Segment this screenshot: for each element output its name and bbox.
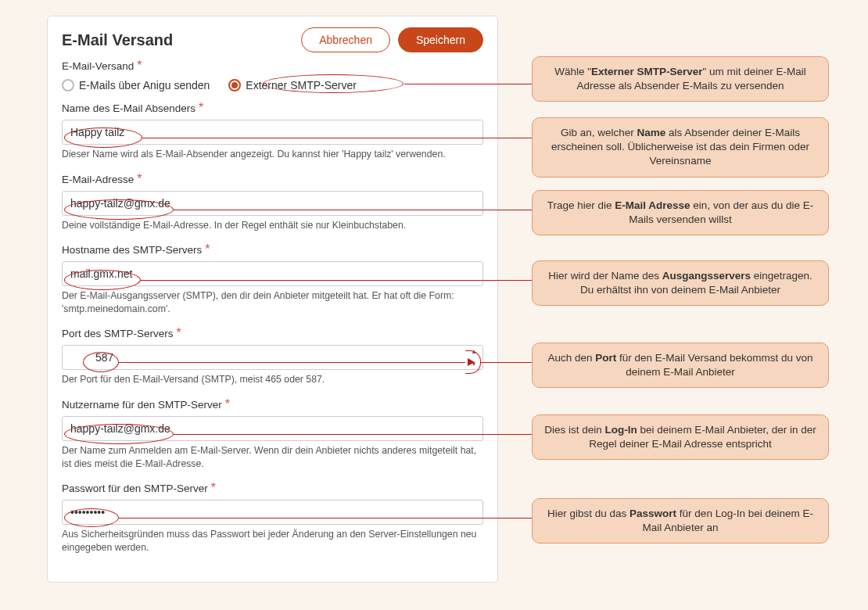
- connector-line: [174, 434, 532, 435]
- radio-dot-icon: [231, 82, 238, 88]
- field-email-versand: E-Mail-Versand* E-Mails über Anigu sende…: [62, 59, 483, 93]
- callout-name: Gib an, welcher Name als Absender deiner…: [532, 117, 829, 178]
- connector-line: [141, 280, 532, 281]
- email-input[interactable]: [62, 191, 483, 216]
- radio-label: Externer SMTP-Server: [246, 79, 357, 92]
- required-marker: *: [137, 59, 142, 72]
- required-marker: *: [205, 242, 210, 256]
- connector-line: [481, 362, 532, 363]
- label-versand: E-Mail-Versand: [62, 60, 134, 72]
- callout-email: Trage hier die E-Mail Adresse ein, von d…: [532, 190, 829, 235]
- connector-line: [142, 138, 532, 138]
- arrow-icon: [468, 358, 475, 366]
- field-port: Port des SMTP-Servers* ▲ ▼ Der Port für …: [62, 326, 483, 386]
- host-input[interactable]: [62, 261, 483, 286]
- user-input[interactable]: [62, 416, 483, 441]
- help-pass: Aus Sicherheitsgründen muss das Passwort…: [62, 528, 483, 554]
- connector-line: [119, 518, 532, 518]
- spinner-up-icon[interactable]: ▲: [464, 345, 483, 357]
- save-button[interactable]: Speichern: [398, 27, 483, 52]
- required-marker: *: [199, 101, 203, 114]
- radio-group-versand: E-Mails über Anigu senden Externer SMTP-…: [62, 77, 483, 93]
- radio-icon-selected: [228, 79, 241, 92]
- help-sender: Dieser Name wird als E-Mail-Absender ang…: [62, 148, 483, 161]
- callout-versand: Wähle "Externer SMTP-Server" um mit dein…: [532, 56, 829, 102]
- button-row: Abbrechen Speichern: [301, 27, 483, 52]
- radio-label: E-Mails über Anigu senden: [79, 79, 210, 92]
- port-input[interactable]: [62, 345, 483, 370]
- callout-host: Hier wird der Name des Ausgangsservers e…: [532, 260, 829, 306]
- callout-password: Hier gibst du das Passwort für den Log-I…: [532, 498, 829, 544]
- password-input[interactable]: [62, 500, 483, 525]
- label-pass: Passwort für den SMTP-Server: [62, 483, 208, 494]
- cancel-button[interactable]: Abbrechen: [301, 27, 390, 52]
- callout-port: Auch den Port für den E-Mail Versand bek…: [532, 343, 829, 388]
- required-marker: *: [137, 172, 142, 185]
- connector-line: [404, 84, 532, 84]
- label-sender: Name des E-Mail Absenders: [62, 102, 195, 114]
- label-user: Nutzername für den SMTP-Server: [62, 399, 222, 411]
- help-host: Der E-Mail-Ausgangsserver (SMTP), den di…: [62, 289, 483, 315]
- field-host: Hostname des SMTP-Servers* Der E-Mail-Au…: [62, 242, 483, 315]
- label-host: Hostname des SMTP-Servers: [62, 244, 202, 256]
- connector-line: [174, 210, 532, 210]
- connector-line: [119, 362, 465, 363]
- field-sender-name: Name des E-Mail Absenders* Dieser Name w…: [62, 101, 483, 161]
- help-port: Der Port für den E-Mail-Versand (SMTP), …: [62, 373, 483, 386]
- label-email: E-Mail-Adresse: [62, 174, 134, 185]
- field-email: E-Mail-Adresse* Deine vollständige E-Mai…: [62, 172, 483, 232]
- callout-user: Dies ist dein Log-In bei deinem E-Mail A…: [532, 414, 829, 460]
- required-marker: *: [211, 481, 216, 494]
- radio-option-anigu[interactable]: E-Mails über Anigu senden: [62, 77, 214, 93]
- label-port: Port des SMTP-Servers: [62, 328, 174, 339]
- card-header: E-Mail Versand Abbrechen Speichern: [62, 27, 483, 52]
- help-user: Der Name zum Anmelden am E-Mail-Server. …: [62, 444, 483, 470]
- radio-option-extern[interactable]: Externer SMTP-Server: [228, 77, 361, 93]
- sender-name-input[interactable]: [62, 120, 483, 145]
- card-title: E-Mail Versand: [62, 31, 173, 49]
- help-email: Deine vollständige E-Mail-Adresse. In de…: [62, 219, 483, 232]
- radio-icon: [62, 79, 74, 92]
- required-marker: *: [225, 397, 230, 411]
- settings-card: E-Mail Versand Abbrechen Speichern E-Mai…: [47, 16, 498, 583]
- required-marker: *: [177, 326, 181, 339]
